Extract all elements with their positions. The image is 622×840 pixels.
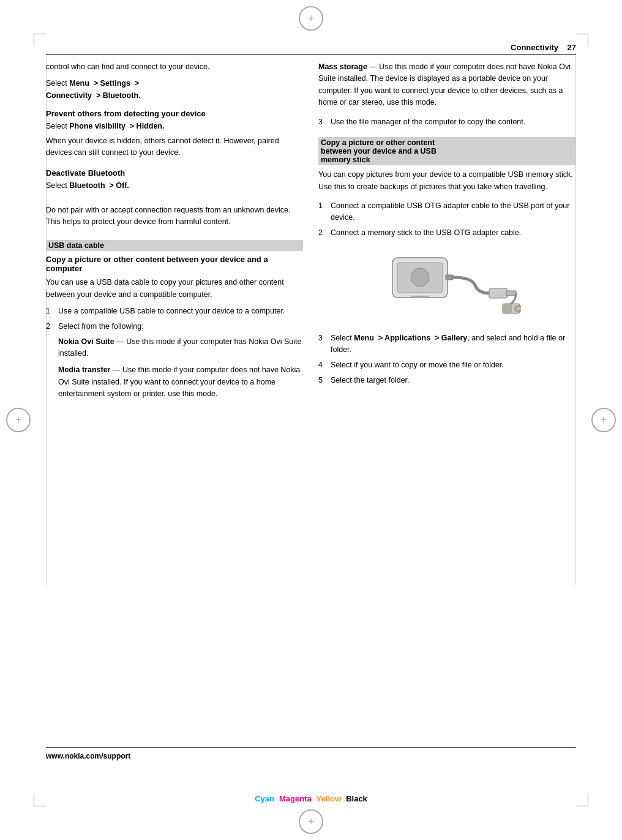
select-label: Select <box>46 79 69 88</box>
copy-step-3: 3 Select Menu > Applications > Gallery, … <box>318 332 576 356</box>
usb-section-bar: USB data cable <box>46 240 303 251</box>
color-yellow: Yellow <box>317 794 341 803</box>
footer-url: www.nokia.com/support <box>46 752 130 760</box>
page-header: Connectivity 27 <box>46 43 576 55</box>
media-transfer-label: Media transfer <box>58 366 110 374</box>
crop-bl <box>34 794 46 806</box>
header-section: Connectivity <box>511 43 558 52</box>
media-transfer-para: Media transfer — Use this mode if your c… <box>58 364 303 400</box>
svg-rect-8 <box>515 306 521 311</box>
left-column: control who can find and connect to your… <box>46 61 303 405</box>
reg-mark-right <box>591 408 616 432</box>
step-1-num: 1 <box>46 306 58 317</box>
svg-rect-3 <box>411 296 429 298</box>
copy-step-2-num: 2 <box>318 227 331 239</box>
phone-visibility-desc: When your device is hidden, others canno… <box>46 135 303 159</box>
reg-mark-bottom <box>299 809 323 834</box>
page: Connectivity 27 control who can find and… <box>0 0 622 840</box>
usb-illustration <box>386 246 509 325</box>
crop-tl <box>34 34 46 46</box>
bt-path: Bluetooth > Off. <box>69 181 129 190</box>
header-title: Connectivity 27 <box>511 43 576 52</box>
deactivate-heading: Deactivate Bluetooth <box>46 168 303 178</box>
copy-step-1-num: 1 <box>318 200 331 223</box>
right-column: Mass storage — Use this mode if your com… <box>318 61 576 389</box>
usb-step-1: 1 Use a compatible USB cable to connect … <box>46 306 303 317</box>
page-footer: www.nokia.com/support <box>46 747 576 760</box>
ovi-suite-label: Nokia Ovi Suite <box>58 337 114 346</box>
copy-step-5-text: Select the target folder. <box>331 375 576 386</box>
crop-br <box>576 794 588 806</box>
copy-step-2-text: Connect a memory stick to the USB OTG ad… <box>331 227 576 239</box>
copy-step-4-text: Select if you want to copy or move the f… <box>331 359 576 371</box>
usb-desc: You can use a USB data cable to copy you… <box>46 277 303 301</box>
step-1-text: Use a compatible USB cable to connect yo… <box>58 306 303 317</box>
ovi-suite-block: Nokia Ovi Suite — Use this mode if your … <box>58 336 303 400</box>
intro-para: control who can find and connect to your… <box>46 61 303 73</box>
copy-step-1-text: Connect a compatible USB OTG adapter cab… <box>331 200 576 223</box>
usb-sub-heading: Copy a picture or other content between … <box>46 255 303 273</box>
phone-visibility-para: Select Phone visibility > Hidden. <box>46 121 303 132</box>
right-step-3: 3 Use the file manager of the computer t… <box>318 116 576 128</box>
select-phone-label: Select <box>46 122 69 130</box>
copy-picture-section-bar: Copy a picture or other contentbetween y… <box>318 137 576 165</box>
copy-step-2: 2 Connect a memory stick to the USB OTG … <box>318 227 576 239</box>
deactivate-para: Select Bluetooth > Off. <box>46 180 303 192</box>
right-step-3-text: Use the file manager of the computer to … <box>331 116 576 128</box>
pair-warning: Do not pair with or accept connection re… <box>46 204 303 228</box>
step-2-num: 2 <box>46 321 58 332</box>
copy-step-1: 1 Connect a compatible USB OTG adapter c… <box>318 200 576 223</box>
copy-step-3-text: Select Menu > Applications > Gallery, an… <box>331 332 576 356</box>
step-2-text: Select from the following: <box>58 321 303 332</box>
reg-mark-top <box>299 6 323 31</box>
svg-rect-6 <box>506 291 516 296</box>
copy-picture-desc: You can copy pictures from your device t… <box>318 169 576 193</box>
copy-step-5: 5 Select the target folder. <box>318 375 576 386</box>
crop-tr <box>576 34 588 46</box>
ovi-suite-para: Nokia Ovi Suite — Use this mode if your … <box>58 336 303 360</box>
usb-step-2: 2 Select from the following: <box>46 321 303 332</box>
svg-rect-9 <box>504 305 511 312</box>
page-number: 27 <box>568 43 576 52</box>
prevent-heading: Prevent others from detecting your devic… <box>46 109 303 118</box>
color-magenta: Magenta <box>279 794 312 803</box>
copy-step-4-num: 4 <box>318 359 331 371</box>
right-step-3-num: 3 <box>318 116 331 128</box>
mass-storage-para: Mass storage — Use this mode if your com… <box>318 61 576 109</box>
select-bt-label: Select <box>46 181 69 190</box>
color-black: Black <box>346 794 367 803</box>
svg-point-2 <box>411 268 429 287</box>
select-menu-para: Select Menu > Settings >Connectivity > B… <box>46 78 303 102</box>
phone-visibility-path: Phone visibility > Hidden. <box>69 122 164 130</box>
svg-rect-5 <box>489 288 508 298</box>
copy-step-3-num: 3 <box>318 332 331 356</box>
mass-storage-label: Mass storage <box>318 62 367 71</box>
reg-mark-left <box>6 408 31 432</box>
copy-step-5-num: 5 <box>318 375 331 386</box>
color-bar: Cyan Magenta Yellow Black <box>255 794 367 803</box>
color-cyan: Cyan <box>255 794 274 803</box>
copy-step-4: 4 Select if you want to copy or move the… <box>318 359 576 371</box>
